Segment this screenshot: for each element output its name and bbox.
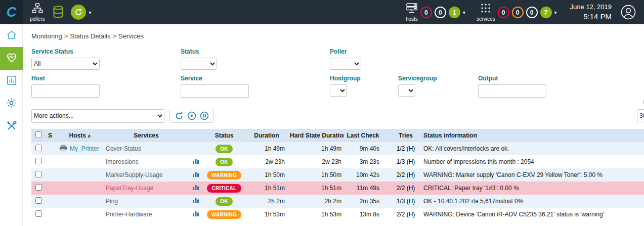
database-status-icon[interactable] (53, 6, 64, 19)
centreon-logo[interactable]: C (0, 0, 23, 24)
header-status[interactable]: Status (202, 129, 246, 142)
service-link[interactable]: Cover-Status (106, 145, 141, 152)
header-status-information[interactable]: Status information (421, 129, 644, 142)
chevron-down-icon[interactable]: ▾ (463, 10, 465, 15)
toolbar: More actions... (23, 105, 644, 123)
header-hosts[interactable]: Hosts∧ (57, 129, 103, 142)
service-input[interactable] (181, 84, 249, 98)
service-link[interactable]: Impressions (106, 158, 139, 165)
select-all-checkbox[interactable] (35, 131, 42, 138)
row-checkbox[interactable] (35, 197, 42, 204)
sidebar (0, 24, 23, 226)
output-label: Output (478, 75, 546, 82)
row-s-cell (46, 182, 57, 195)
hard-state-duration-cell: 1h 49m (287, 142, 344, 155)
duration-cell: 1h 53m (246, 208, 287, 221)
status-badge: OK (216, 197, 233, 206)
last-check-cell: 3m 23s (344, 155, 391, 168)
breadcrumb-item[interactable]: Status Details (70, 32, 110, 40)
chevron-down-icon[interactable]: ▾ (89, 10, 91, 15)
sync-status-icon[interactable] (71, 5, 86, 20)
counter-badge[interactable]: 0 (498, 7, 509, 18)
sidebar-item-home[interactable] (0, 24, 23, 47)
refresh-button[interactable] (175, 111, 184, 120)
clock: June 12, 2019 5:14 PM (570, 3, 612, 21)
services-menu[interactable]: services (477, 3, 495, 22)
last-check-cell: 2m 35s (344, 195, 391, 208)
chevron-down-icon[interactable]: ▾ (554, 10, 557, 15)
poller-label: Poller (330, 48, 361, 55)
last-check-cell: 13m 8s (344, 208, 391, 221)
header-duration[interactable]: Duration (246, 129, 287, 142)
sidebar-item-configuration[interactable] (0, 93, 23, 115)
filter-panel: Service Status All Status Poller (23, 45, 644, 105)
sidebar-item-administration[interactable] (0, 115, 23, 138)
table-row: Impressions OK 2w 23h 2w 23h 3m 23s 1/3 … (31, 155, 644, 168)
breadcrumb-item[interactable]: Services (118, 32, 144, 40)
header-s[interactable]: S (46, 129, 57, 142)
row-checkbox[interactable] (35, 171, 42, 177)
more-actions-select[interactable]: More actions... (31, 109, 164, 123)
row-s-cell (46, 155, 57, 168)
counter-badge[interactable]: 0 (526, 7, 538, 18)
row-s-cell (46, 168, 57, 182)
row-checkbox[interactable] (35, 158, 42, 164)
counter-badge[interactable]: 0 (512, 7, 524, 18)
pollers-menu[interactable]: pollers (30, 3, 45, 22)
row-checkbox[interactable] (35, 145, 42, 151)
counter-badge[interactable]: 7 (540, 7, 552, 18)
graph-icon[interactable] (192, 185, 199, 192)
hosts-menu[interactable]: hosts (406, 3, 418, 22)
host-input[interactable] (31, 84, 100, 98)
printer-icon (59, 146, 67, 153)
graph-icon[interactable] (192, 159, 199, 166)
service-link[interactable]: Printer-Hardware (106, 211, 152, 218)
host-link[interactable]: My_Printer (70, 145, 99, 152)
header-hard-state-duration[interactable]: Hard State Duration (287, 129, 344, 142)
graph-icon[interactable] (192, 211, 199, 218)
servicegroup-select[interactable] (398, 84, 415, 97)
hard-state-duration-cell: 2h 2m (287, 195, 344, 208)
status-select[interactable] (181, 58, 217, 70)
header-last-check[interactable]: Last Check (344, 129, 391, 142)
status-information-cell: CRITICAL: Paper tray '1#3': 0.00 % (421, 182, 644, 195)
breadcrumb-item[interactable]: Monitoring (31, 32, 62, 40)
service-link[interactable]: Ping (106, 198, 118, 205)
status-badge: WARNING (207, 210, 241, 219)
header-services[interactable]: Services (103, 129, 189, 142)
output-input[interactable] (478, 84, 546, 98)
status-badge: OK (216, 145, 233, 153)
services-label: services (477, 16, 495, 22)
header-tries[interactable]: Tries (391, 129, 421, 142)
row-checkbox[interactable] (35, 210, 42, 217)
services-icon (480, 3, 491, 15)
service-link[interactable]: MarkerSupply-Usage (106, 171, 163, 178)
graph-icon[interactable] (192, 198, 199, 205)
service-link[interactable]: PaperTray-Usage (106, 185, 153, 192)
status-badge: CRITICAL (207, 184, 241, 193)
pause-button[interactable] (200, 111, 209, 120)
status-information-cell: WARNING: Device 'Canon iR-ADV C5235 36.2… (421, 208, 644, 221)
tools-icon (6, 120, 17, 133)
sidebar-item-monitoring[interactable] (0, 47, 23, 70)
poller-select[interactable] (330, 58, 361, 70)
status-information-cell: OK: All covers/interlocks are ok. (421, 142, 644, 155)
counter-badge[interactable]: 0 (420, 7, 432, 18)
service-table-body: My_Printer Cover-Status OK 1h 49m 1h 49m… (31, 142, 644, 221)
counter-badge[interactable]: 1 (449, 7, 460, 18)
hostgroup-select[interactable] (330, 84, 347, 97)
graph-icon[interactable] (192, 172, 199, 179)
table-row: Printer-Hardware WARNING 1h 53m 1h 53m 1… (31, 208, 644, 221)
status-badge: WARNING (207, 171, 241, 179)
sidebar-item-reporting[interactable] (0, 70, 23, 93)
duration-cell: 2h 2m (246, 195, 287, 208)
counter-badge[interactable]: 0 (435, 7, 446, 18)
service-status-select[interactable]: All (31, 58, 100, 70)
page-size-select[interactable]: 30 (637, 109, 644, 122)
user-avatar[interactable] (621, 5, 636, 20)
play-button[interactable] (187, 111, 196, 120)
breadcrumb-separator: > (113, 32, 117, 40)
row-checkbox[interactable] (35, 184, 42, 191)
last-check-cell: 11m 49s (344, 182, 391, 195)
status-information-cell: OK - 10.40.1.202 rta 5,617mslost 0% (421, 195, 644, 208)
